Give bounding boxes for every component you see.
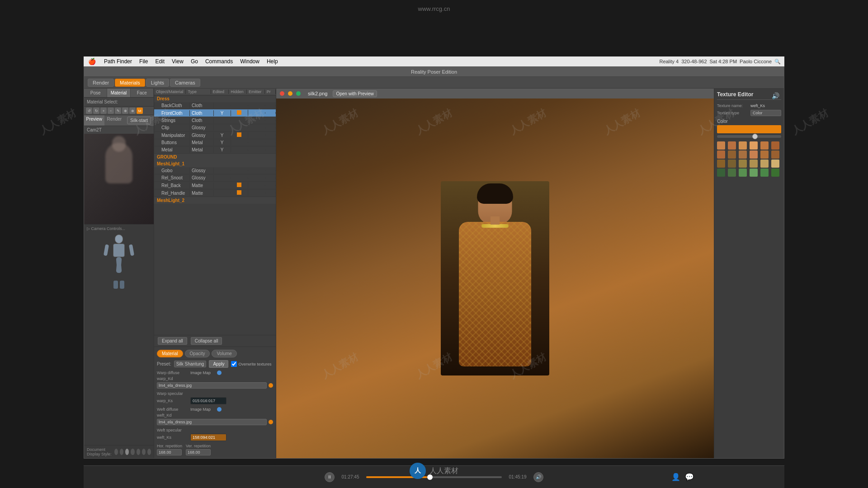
swatch-22[interactable] (750, 169, 758, 177)
ctrl-icon-6[interactable]: ⊕ (122, 108, 128, 114)
tab-face[interactable]: Face (131, 89, 154, 97)
te-slider-thumb[interactable] (752, 134, 758, 139)
expand-all-button[interactable]: Expand all (158, 337, 187, 345)
overwrite-checkbox-row[interactable]: Overwrite textures (231, 361, 271, 367)
swatch-19[interactable] (717, 169, 725, 177)
mat-row-gobo[interactable]: Gobo Glossy (154, 167, 276, 174)
swatch-2[interactable] (728, 141, 736, 150)
menu-help[interactable]: Help (263, 58, 282, 65)
menu-file[interactable]: File (136, 58, 151, 65)
overwrite-checkbox[interactable] (231, 361, 237, 367)
swatch-7[interactable] (717, 150, 725, 159)
style-1[interactable] (114, 449, 118, 455)
swatch-24[interactable] (771, 169, 779, 177)
swatch-4[interactable] (750, 141, 758, 150)
ctrl-icon-5[interactable]: ✎ (115, 108, 121, 114)
preset-select[interactable]: Silk Shantung (174, 361, 207, 367)
style-3[interactable] (125, 449, 129, 455)
user-icon[interactable]: 👤 (671, 473, 680, 481)
volume-button[interactable]: 🔊 (533, 472, 543, 482)
mat-row-relhandle[interactable]: Rel_Handle Matte (154, 189, 276, 197)
tab-preview[interactable]: Preview (84, 115, 104, 126)
mat-row-buttons[interactable]: Buttons Metal Y (154, 139, 276, 146)
swatch-12[interactable] (771, 150, 779, 159)
open-preview-button[interactable]: Open with Preview (333, 90, 377, 97)
tab-pose[interactable]: Pose (84, 89, 107, 97)
menu-edit[interactable]: Edit (151, 58, 168, 65)
menu-go[interactable]: Go (187, 58, 202, 65)
warp-kd-dot[interactable] (269, 383, 273, 388)
menu-view[interactable]: View (168, 58, 187, 65)
swatch-18[interactable] (771, 160, 779, 168)
hor-rep-input[interactable] (157, 449, 182, 455)
ctrl-icon-8[interactable]: M (137, 108, 143, 114)
te-color-swatch[interactable] (717, 125, 781, 133)
mat-row-metal[interactable]: Metal Metal Y (154, 146, 276, 154)
swatch-13[interactable] (717, 160, 725, 168)
mat-row-backcloth[interactable]: BackCloth Cloth (154, 102, 276, 109)
tab-render-small[interactable]: Render (104, 115, 125, 126)
mat-row-relback[interactable]: Rel_Back Matte (154, 182, 276, 189)
mat-row-frontcloth[interactable]: FrontCloth Cloth Y (154, 109, 276, 117)
close-window-button[interactable] (280, 91, 284, 96)
me-tab-volume[interactable]: Volume (212, 350, 236, 357)
style-2[interactable] (120, 449, 123, 455)
pause-button[interactable]: ⏸ (325, 472, 335, 482)
swatch-23[interactable] (760, 169, 769, 177)
menu-commands[interactable]: Commands (202, 58, 236, 65)
swatch-16[interactable] (750, 160, 758, 168)
me-tab-material[interactable]: Material (157, 350, 183, 357)
swatch-11[interactable] (760, 150, 769, 159)
tab-render[interactable]: Render (88, 79, 114, 87)
swatch-10[interactable] (750, 150, 758, 159)
swatch-1[interactable] (717, 141, 725, 150)
ctrl-icon-4[interactable]: − (108, 108, 114, 114)
tab-material[interactable]: Material (107, 89, 130, 97)
ctrl-icon-3[interactable]: + (100, 108, 107, 114)
ctrl-icon-2[interactable]: ↻ (93, 108, 99, 114)
warp-ks-color[interactable]: 015:016:017 (190, 397, 226, 404)
ctrl-icon-7[interactable]: ⊗ (129, 108, 136, 114)
swatch-6[interactable] (771, 141, 779, 150)
menu-window[interactable]: Window (236, 58, 263, 65)
te-slider[interactable] (717, 135, 781, 138)
silk-start-button[interactable]: Silk-start (127, 117, 151, 124)
style-5[interactable] (137, 449, 140, 455)
mat-row-clip[interactable]: Clip Glossy (154, 124, 276, 131)
mat-row-strings[interactable]: Strings Cloth (154, 117, 276, 124)
swatch-5[interactable] (760, 141, 769, 150)
ctrl-icon-1[interactable]: ↺ (86, 108, 92, 114)
menu-pathfinder[interactable]: Path Finder (100, 58, 136, 65)
me-tab-opacity[interactable]: Opacity (185, 350, 210, 357)
swatch-20[interactable] (728, 169, 736, 177)
chat-icon[interactable]: 💬 (685, 473, 694, 481)
te-type-select[interactable]: Color (750, 110, 781, 116)
swatch-3[interactable] (739, 141, 747, 150)
tab-cameras[interactable]: Cameras (170, 79, 200, 87)
ver-rep-input[interactable] (186, 449, 211, 455)
apply-button[interactable]: Apply (209, 360, 228, 368)
collapse-all-button[interactable]: Collapse all (191, 337, 222, 345)
tab-lights[interactable]: Lights (146, 79, 169, 87)
swatch-15[interactable] (739, 160, 747, 168)
weft-kd-input[interactable] (157, 419, 267, 425)
swatch-21[interactable] (739, 169, 747, 177)
minimize-window-button[interactable] (288, 91, 292, 96)
apple-menu[interactable]: 🍎 (84, 58, 100, 65)
swatch-9[interactable] (739, 150, 747, 159)
search-icon[interactable]: 🔍 (774, 59, 781, 65)
weft-kd-dot[interactable] (269, 420, 273, 424)
mat-row-manipulator[interactable]: Manipulator Glossy Y (154, 131, 276, 139)
style-4[interactable] (131, 449, 134, 455)
style-7[interactable] (147, 449, 151, 455)
swatch-8[interactable] (728, 150, 736, 159)
mat-row-relsnoot[interactable]: Rel_Snoot Glossy (154, 174, 276, 182)
maximize-window-button[interactable] (296, 91, 301, 96)
warp-kd-input[interactable] (157, 382, 267, 389)
swatch-14[interactable] (728, 160, 736, 168)
weft-ks-color[interactable]: 158:094:021 (190, 434, 226, 441)
volume-icon[interactable]: 🔊 (772, 92, 779, 99)
style-6[interactable] (142, 449, 146, 455)
swatch-17[interactable] (760, 160, 769, 168)
tab-materials[interactable]: Materials (115, 79, 145, 87)
